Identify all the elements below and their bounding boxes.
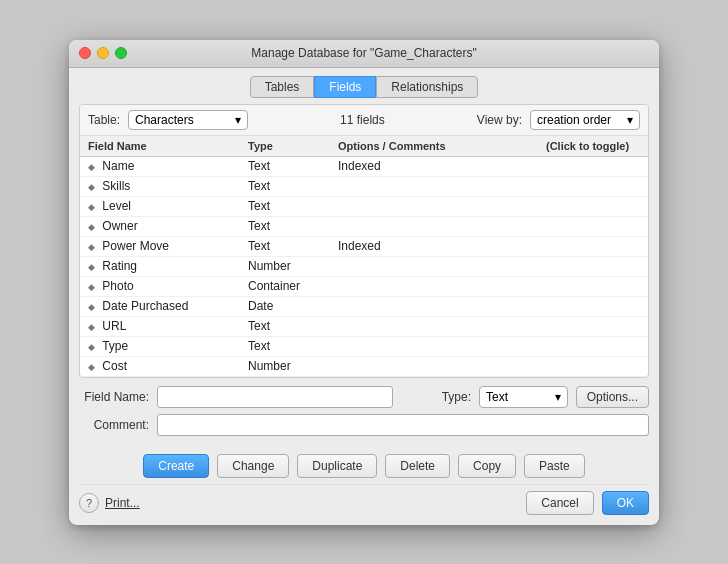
field-toggle-cell	[538, 196, 648, 216]
bottom-form: Field Name: Type: Text ▾ Options... Comm…	[69, 378, 659, 448]
footer-row: ? Print... Cancel OK	[69, 485, 659, 525]
type-select[interactable]: Text ▾	[479, 386, 568, 408]
action-buttons: Create Change Duplicate Delete Copy Past…	[69, 448, 659, 484]
field-name-text: Power Move	[102, 239, 169, 253]
table-row[interactable]: ◆ Level Text	[80, 196, 648, 216]
viewby-select[interactable]: creation order ▾	[530, 110, 640, 130]
traffic-lights	[79, 47, 127, 59]
minimize-button[interactable]	[97, 47, 109, 59]
field-name-text: Rating	[102, 259, 137, 273]
copy-button[interactable]: Copy	[458, 454, 516, 478]
field-toggle-cell	[538, 156, 648, 176]
comment-input[interactable]	[157, 414, 649, 436]
field-icon: ◆	[88, 302, 95, 312]
delete-button[interactable]: Delete	[385, 454, 450, 478]
duplicate-button[interactable]: Duplicate	[297, 454, 377, 478]
field-options-cell	[330, 356, 538, 376]
field-options-cell	[330, 256, 538, 276]
field-options-cell	[330, 296, 538, 316]
field-name-row: Field Name: Type: Text ▾ Options...	[79, 386, 649, 408]
help-button[interactable]: ?	[79, 493, 99, 513]
field-type-cell: Container	[240, 276, 330, 296]
viewby-label: View by:	[477, 113, 522, 127]
field-toggle-cell	[538, 356, 648, 376]
field-type-cell: Text	[240, 176, 330, 196]
field-name-input[interactable]	[157, 386, 393, 408]
field-name-text: Cost	[102, 359, 127, 373]
table-select[interactable]: Characters ▾	[128, 110, 248, 130]
field-name-text: Name	[102, 159, 134, 173]
field-icon: ◆	[88, 162, 95, 172]
field-name-cell: ◆ Type	[80, 336, 240, 356]
field-options-cell	[330, 196, 538, 216]
viewby-value: creation order	[537, 113, 611, 127]
table-row[interactable]: ◆ Power Move Text Indexed	[80, 236, 648, 256]
field-type-cell: Text	[240, 336, 330, 356]
field-name-text: Owner	[102, 219, 137, 233]
field-toggle-cell	[538, 316, 648, 336]
footer-right: Cancel OK	[526, 491, 649, 515]
field-icon: ◆	[88, 182, 95, 192]
paste-button[interactable]: Paste	[524, 454, 585, 478]
field-name-cell: ◆ Skills	[80, 176, 240, 196]
tab-fields[interactable]: Fields	[314, 76, 376, 98]
field-name-cell: ◆ Date Purchased	[80, 296, 240, 316]
viewby-arrow: ▾	[627, 113, 633, 127]
table-row[interactable]: ◆ Owner Text	[80, 216, 648, 236]
field-type-cell: Number	[240, 356, 330, 376]
field-options-cell	[330, 176, 538, 196]
field-icon: ◆	[88, 202, 95, 212]
type-label: Type:	[401, 390, 471, 404]
table-row[interactable]: ◆ Cost Number	[80, 356, 648, 376]
field-toggle-cell	[538, 336, 648, 356]
title-bar: Manage Database for "Game_Characters"	[69, 40, 659, 68]
table-row[interactable]: ◆ URL Text	[80, 316, 648, 336]
create-button[interactable]: Create	[143, 454, 209, 478]
field-type-cell: Text	[240, 236, 330, 256]
field-type-cell: Text	[240, 156, 330, 176]
print-button[interactable]: Print...	[105, 496, 140, 510]
cancel-button[interactable]: Cancel	[526, 491, 593, 515]
tab-bar: Tables Fields Relationships	[69, 68, 659, 104]
options-button[interactable]: Options...	[576, 386, 649, 408]
main-content: Table: Characters ▾ 11 fields View by: c…	[79, 104, 649, 378]
comment-label: Comment:	[79, 418, 149, 432]
table-row[interactable]: ◆ Skills Text	[80, 176, 648, 196]
field-name-cell: ◆ Cost	[80, 356, 240, 376]
field-name-label: Field Name:	[79, 390, 149, 404]
field-name-cell: ◆ Level	[80, 196, 240, 216]
ok-button[interactable]: OK	[602, 491, 649, 515]
field-name-cell: ◆ URL	[80, 316, 240, 336]
field-icon: ◆	[88, 282, 95, 292]
close-button[interactable]	[79, 47, 91, 59]
field-type-cell: Text	[240, 316, 330, 336]
field-toggle-cell	[538, 236, 648, 256]
change-button[interactable]: Change	[217, 454, 289, 478]
field-options-cell: Indexed	[330, 156, 538, 176]
table-row[interactable]: ◆ Photo Container	[80, 276, 648, 296]
field-type-cell: Text	[240, 196, 330, 216]
window-title: Manage Database for "Game_Characters"	[251, 46, 476, 60]
table-select-value: Characters	[135, 113, 194, 127]
field-name-text: Date Purchased	[102, 299, 188, 313]
type-arrow: ▾	[555, 390, 561, 404]
tab-tables[interactable]: Tables	[250, 76, 315, 98]
field-toggle-cell	[538, 216, 648, 236]
maximize-button[interactable]	[115, 47, 127, 59]
field-icon: ◆	[88, 322, 95, 332]
table-row[interactable]: ◆ Rating Number	[80, 256, 648, 276]
field-toggle-cell	[538, 276, 648, 296]
field-options-cell	[330, 216, 538, 236]
tab-relationships[interactable]: Relationships	[376, 76, 478, 98]
field-options-cell: Indexed	[330, 236, 538, 256]
field-icon: ◆	[88, 262, 95, 272]
table-row[interactable]: ◆ Date Purchased Date	[80, 296, 648, 316]
field-count: 11 fields	[256, 113, 469, 127]
table-row[interactable]: ◆ Name Text Indexed	[80, 156, 648, 176]
field-name-text: Type	[102, 339, 128, 353]
table-row[interactable]: ◆ Type Text	[80, 336, 648, 356]
field-toggle-cell	[538, 176, 648, 196]
field-type-cell: Date	[240, 296, 330, 316]
col-header-options: Options / Comments	[330, 136, 538, 157]
field-icon: ◆	[88, 242, 95, 252]
